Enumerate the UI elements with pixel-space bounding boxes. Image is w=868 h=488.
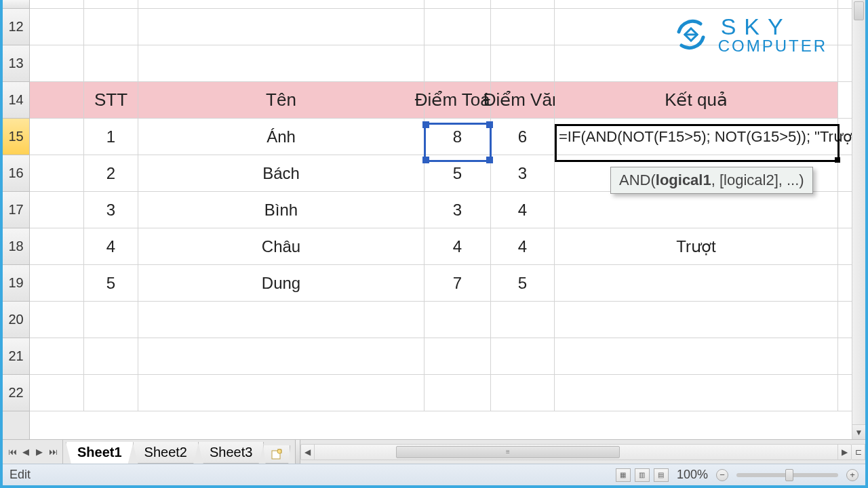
logo-icon — [672, 16, 710, 54]
svg-point-4 — [277, 449, 281, 453]
formula-tooltip: AND(logical1, [logical2], ...) — [610, 167, 813, 194]
cell-formula-editing[interactable]: =IF(AND(NOT(F15>5); NOT(G15>5)); "Trượt"… — [555, 119, 838, 155]
horizontal-scrollbar[interactable]: ◀ ≡ ▶ — [300, 444, 852, 460]
cell-van[interactable]: 6 — [491, 119, 555, 155]
cell-ten[interactable]: Bình — [138, 192, 425, 228]
view-page-break-button[interactable]: ▤ — [654, 468, 669, 482]
sheet-tab-bar: ⏮ ◀ ▶ ⏭ Sheet1 Sheet2 Sheet3 ◀ ≡ ▶ ⊏ — [3, 439, 865, 464]
row-header-18[interactable]: 18 — [3, 228, 29, 265]
spreadsheet-grid[interactable]: 12 13 14 15 16 17 18 19 20 21 22 STT Tên… — [3, 0, 865, 439]
logo-text-line2: COMPUTER — [718, 38, 827, 54]
row-header-19[interactable]: 19 — [3, 265, 29, 302]
cell-van[interactable]: 4 — [491, 192, 555, 228]
row-header-17[interactable]: 17 — [3, 192, 29, 228]
sheet-nav-last[interactable]: ⏭ — [46, 443, 60, 462]
sheet-nav-next[interactable]: ▶ — [33, 443, 46, 462]
cell-van[interactable]: 3 — [491, 155, 555, 191]
cell-stt[interactable]: 3 — [84, 192, 138, 228]
row-header-14[interactable]: 14 — [3, 82, 29, 119]
logo-text-line1: SKY — [721, 15, 827, 38]
cell-ketqua[interactable] — [555, 265, 838, 301]
cell-ten[interactable]: Dung — [138, 265, 425, 301]
cell-stt[interactable]: 5 — [84, 265, 138, 301]
col-header-toan[interactable]: Điểm Toán — [425, 82, 491, 118]
vscroll-down-button[interactable]: ▼ — [852, 424, 865, 439]
col-header-ketqua[interactable]: Kết quả — [555, 82, 838, 118]
col-header-van[interactable]: Điểm Văn — [491, 82, 555, 118]
zoom-slider-thumb[interactable] — [785, 469, 793, 481]
row-21 — [30, 338, 852, 375]
hscroll-right-button[interactable]: ▶ — [837, 445, 851, 460]
cells-area[interactable]: STT Tên Điểm Toán Điểm Văn Kết quả 1 Ánh… — [30, 0, 852, 439]
cell-ketqua[interactable]: Trượt — [555, 228, 838, 264]
data-row-3: 3 Bình 3 4 — [30, 192, 852, 228]
zoom-in-button[interactable]: + — [846, 469, 859, 481]
status-mode: Edit — [9, 468, 31, 482]
data-row-1: 1 Ánh 8 6 =IF(AND(NOT(F15>5); NOT(G15>5)… — [30, 119, 852, 155]
workbook-window: 12 13 14 15 16 17 18 19 20 21 22 STT Tên… — [3, 0, 865, 485]
cell-ten[interactable]: Bách — [138, 155, 425, 191]
sheet-nav-first[interactable]: ⏮ — [5, 443, 19, 462]
cell-ketqua[interactable] — [555, 192, 838, 228]
sheet-tab-3[interactable]: Sheet3 — [198, 442, 264, 464]
row-header-16[interactable]: 16 — [3, 155, 29, 192]
zoom-slider[interactable] — [736, 473, 838, 477]
watermark-logo: SKY COMPUTER — [672, 15, 827, 54]
cell-stt[interactable]: 2 — [84, 155, 138, 191]
row-header-15[interactable]: 15 — [3, 119, 29, 155]
hscroll-split-button[interactable]: ⊏ — [852, 444, 865, 460]
insert-sheet-button[interactable] — [263, 445, 290, 464]
row-header-21[interactable]: 21 — [3, 338, 29, 375]
col-header-stt[interactable]: STT — [84, 82, 138, 118]
sheet-nav-prev[interactable]: ◀ — [19, 443, 33, 462]
tooltip-arg-current: logical1 — [656, 171, 711, 188]
zoom-level: 100% — [677, 468, 708, 482]
row-header-12[interactable]: 12 — [3, 9, 29, 45]
data-row-4: 4 Châu 4 4 Trượt — [30, 228, 852, 265]
sheet-nav-buttons: ⏮ ◀ ▶ ⏭ — [3, 440, 63, 464]
row-20 — [30, 302, 852, 338]
hscroll-thumb[interactable]: ≡ — [396, 446, 620, 458]
tooltip-fn: AND( — [619, 171, 656, 188]
sheet-tab-2[interactable]: Sheet2 — [133, 442, 199, 464]
cell-toan[interactable]: 4 — [425, 228, 491, 264]
cell-toan[interactable]: 8 — [425, 119, 491, 155]
cell-stt[interactable]: 1 — [84, 119, 138, 155]
cell-toan[interactable]: 7 — [425, 265, 491, 301]
row-header-gutter: 12 13 14 15 16 17 18 19 20 21 22 — [3, 0, 30, 439]
row-header-13[interactable]: 13 — [3, 45, 29, 82]
vscroll-thumb[interactable] — [854, 1, 864, 20]
cell-toan[interactable]: 3 — [425, 192, 491, 228]
table-header-row: STT Tên Điểm Toán Điểm Văn Kết quả — [30, 82, 852, 119]
tab-split-handle[interactable] — [295, 440, 300, 464]
tooltip-rest: , [logical2], ...) — [711, 171, 804, 188]
data-row-5: 5 Dung 7 5 — [30, 265, 852, 302]
sheet-tab-1[interactable]: Sheet1 — [66, 442, 134, 464]
row-header[interactable] — [3, 0, 29, 9]
col-header-ten[interactable]: Tên — [138, 82, 425, 118]
view-page-layout-button[interactable]: ▥ — [635, 468, 650, 482]
cell-van[interactable]: 4 — [491, 228, 555, 264]
vertical-scrollbar[interactable]: ▼ — [852, 0, 865, 439]
row-header-20[interactable]: 20 — [3, 302, 29, 338]
cell-stt[interactable]: 4 — [84, 228, 138, 264]
cell-ten[interactable]: Ánh — [138, 119, 425, 155]
cell-van[interactable]: 5 — [491, 265, 555, 301]
zoom-out-button[interactable]: − — [716, 469, 728, 481]
status-bar: Edit ▦ ▥ ▤ 100% − + — [3, 464, 865, 485]
row-22 — [30, 375, 852, 411]
cell-toan[interactable]: 5 — [425, 155, 491, 191]
hscroll-left-button[interactable]: ◀ — [301, 445, 315, 460]
view-normal-button[interactable]: ▦ — [616, 468, 631, 482]
row-header-22[interactable]: 22 — [3, 375, 29, 411]
cell-ten[interactable]: Châu — [138, 228, 425, 264]
